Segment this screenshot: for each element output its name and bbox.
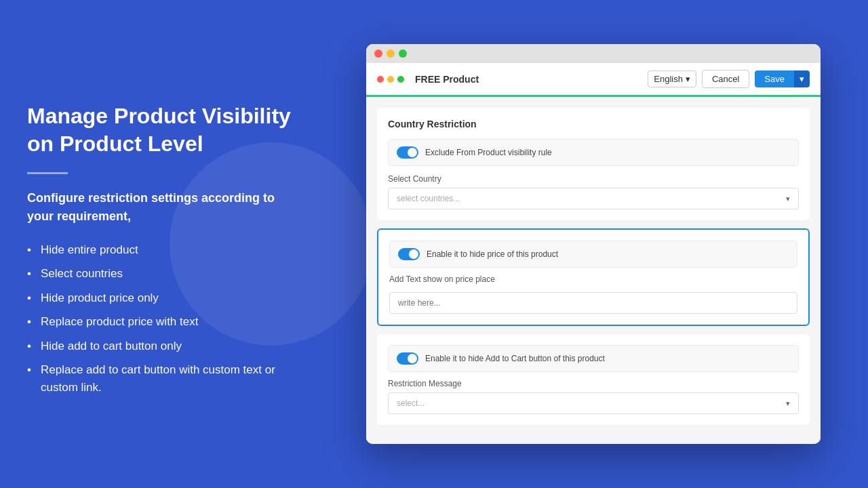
- cart-restriction-card: Enable it to hide Add to Cart button of …: [377, 334, 810, 425]
- browser-window: FREE Product English ▾ Cancel Save ▾: [366, 44, 821, 444]
- chevron-down-icon: ▾: [800, 74, 804, 84]
- main-title: Manage Product Visibility on Product Lev…: [27, 102, 298, 159]
- price-toggle[interactable]: [398, 248, 420, 260]
- browser-dot-green[interactable]: [399, 49, 407, 58]
- select-country-field[interactable]: select countries... ▾: [388, 188, 799, 209]
- exclude-toggle-row[interactable]: Exclude From Product visibility rule: [388, 139, 799, 166]
- list-item: Replace add to cart button with custom t…: [27, 358, 298, 399]
- list-item: Hide entire product: [27, 238, 298, 262]
- select-country-placeholder: select countries...: [397, 194, 460, 203]
- subtitle: Configure restriction settings according…: [27, 189, 298, 226]
- app-top-bar-left: FREE Product: [377, 74, 479, 85]
- text-show-input[interactable]: [389, 292, 797, 314]
- price-toggle-label: Enable it to hide price of this product: [427, 249, 558, 259]
- list-item: Hide add to cart button only: [27, 334, 298, 359]
- section-title: Country Restriction: [388, 119, 799, 129]
- cart-toggle-label: Enable it to hide Add to Cart button of …: [425, 354, 605, 363]
- text-show-label: Add Text show on price place: [389, 274, 797, 284]
- price-toggle-row[interactable]: Enable it to hide price of this product: [389, 241, 797, 268]
- exclude-toggle-label: Exclude From Product visibility rule: [425, 148, 552, 157]
- app-window-dots: [377, 76, 404, 83]
- app-content: Country Restriction Exclude From Product…: [366, 97, 821, 444]
- exclude-toggle[interactable]: [397, 146, 418, 159]
- divider: [27, 172, 68, 174]
- language-select[interactable]: English ▾: [648, 70, 696, 87]
- save-button-group: Save ▾: [755, 70, 810, 87]
- price-restriction-card: Enable it to hide price of this product …: [377, 228, 810, 326]
- app-dot-green[interactable]: [397, 76, 404, 83]
- browser-dot-red[interactable]: [374, 49, 382, 58]
- restriction-msg-select[interactable]: select... ▾: [388, 392, 799, 414]
- bullet-list: Hide entire product Select countries Hid…: [27, 238, 298, 400]
- right-panel: FREE Product English ▾ Cancel Save ▾: [332, 0, 868, 488]
- restriction-msg-label: Restriction Message: [388, 379, 799, 388]
- country-restriction-card: Country Restriction Exclude From Product…: [377, 108, 810, 220]
- cart-toggle[interactable]: [397, 352, 418, 365]
- cart-toggle-row[interactable]: Enable it to hide Add to Cart button of …: [388, 345, 799, 372]
- app-title: FREE Product: [415, 74, 479, 85]
- list-item: Select countries: [27, 262, 298, 286]
- cancel-button[interactable]: Cancel: [702, 70, 749, 88]
- save-button[interactable]: Save: [755, 70, 794, 87]
- select-country-label: Select Country: [388, 174, 799, 184]
- save-dropdown-button[interactable]: ▾: [794, 70, 810, 87]
- left-panel: Manage Product Visibility on Product Lev…: [0, 0, 332, 488]
- list-item: Hide product price only: [27, 286, 298, 310]
- chevron-down-icon: ▾: [786, 399, 790, 408]
- app-top-bar-right: English ▾ Cancel Save ▾: [648, 70, 810, 88]
- chevron-down-icon: ▾: [686, 74, 690, 84]
- browser-dot-yellow[interactable]: [387, 49, 395, 58]
- restriction-msg-placeholder: select...: [397, 399, 425, 408]
- chevron-down-icon: ▾: [786, 195, 790, 203]
- app-top-bar: FREE Product English ▾ Cancel Save ▾: [366, 63, 821, 97]
- app-window: FREE Product English ▾ Cancel Save ▾: [366, 63, 821, 444]
- app-dot-red[interactable]: [377, 76, 384, 83]
- app-dot-yellow[interactable]: [387, 76, 394, 83]
- list-item: Replace product price with text: [27, 310, 298, 334]
- browser-outer-bar: [366, 44, 821, 63]
